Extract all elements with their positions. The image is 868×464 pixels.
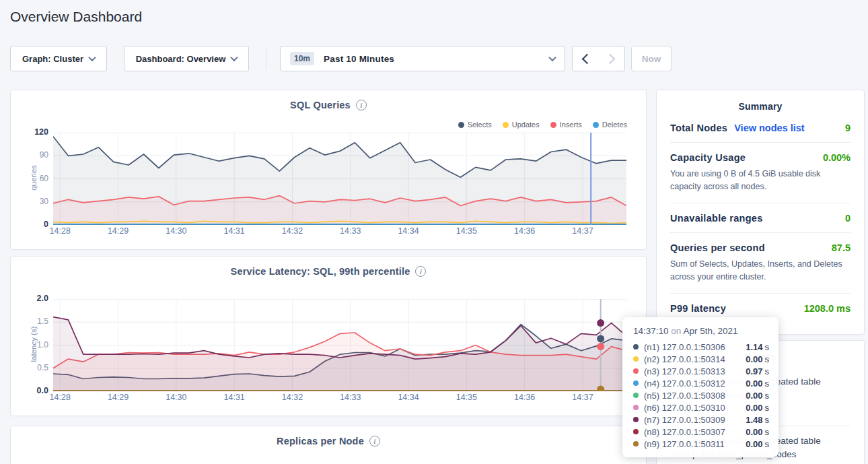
y-tick-label: 120 (19, 127, 48, 137)
info-icon[interactable]: i (356, 100, 367, 110)
prev-time-button[interactable] (572, 46, 599, 71)
series-dot-icon (633, 344, 639, 350)
legend-dot-icon (550, 122, 556, 128)
tooltip-node-label: (n8) 127.0.0.1:50307 (644, 427, 725, 437)
legend-label: Deletes (602, 121, 627, 129)
service-latency-plot[interactable] (53, 299, 626, 391)
x-tick-label: 14:29 (98, 393, 139, 402)
tooltip-row: (n1) 127.0.0.1:503061.14s (633, 341, 769, 353)
tooltip-unit: s (765, 439, 770, 449)
tooltip-node-label: (n9) 127.0.0.1:50311 (644, 439, 725, 449)
tooltip-node-value: 0.00 (746, 439, 762, 449)
tooltip-node-value: 0.00 (746, 391, 762, 401)
series-dot-icon (633, 356, 639, 362)
chevron-down-icon (88, 54, 96, 61)
tooltip-unit: s (765, 366, 770, 376)
tooltip-node-value: 0.00 (746, 427, 762, 437)
x-tick-label: 14:37 (563, 226, 603, 236)
y-tick-label: 2.0 (19, 294, 48, 303)
tooltip-row: (n3) 127.0.0.1:503130.97s (633, 365, 769, 377)
series-dot-icon (633, 441, 639, 446)
tooltip-row: (n2) 127.0.0.1:503140.00s (633, 353, 769, 365)
summary-label: Unavailable ranges (670, 213, 763, 224)
now-button[interactable]: Now (631, 46, 672, 71)
tooltip-rows: (n1) 127.0.0.1:503061.14s(n2) 127.0.0.1:… (633, 341, 769, 450)
view-nodes-list-link[interactable]: View nodes list (734, 123, 805, 133)
summary-row-capacity-usage: Capacity Usage 0.00% You are using 0 B o… (670, 143, 851, 203)
graph-dropdown[interactable]: Graph: Cluster (10, 46, 107, 71)
x-tick-label: 14:31 (214, 226, 254, 236)
info-icon[interactable]: i (369, 436, 380, 446)
controls-bar: Graph: Cluster Dashboard: Overview 10m P… (0, 46, 868, 71)
replicas-chart-card: Replicas per Node i (10, 426, 647, 464)
x-tick-label: 14:33 (330, 393, 371, 402)
x-tick-label: 14:29 (98, 226, 139, 236)
x-tick-label: 14:28 (40, 226, 80, 236)
y-tick-label: 60 (19, 174, 48, 183)
summary-row-unavailable-ranges: Unavailable ranges 0 (670, 203, 851, 233)
tooltip-time: 14:37:10 (633, 326, 669, 336)
legend-label: Inserts (560, 121, 582, 129)
tooltip-node-value: 1.14 (746, 342, 762, 352)
chart-title: Replicas per Node (277, 436, 364, 446)
tooltip-unit: s (765, 403, 770, 413)
tooltip-unit: s (765, 378, 770, 389)
tooltip-node-label: (n6) 127.0.0.1:50310 (644, 403, 725, 413)
x-tick-label: 14:31 (214, 393, 254, 402)
tooltip-on-word: on (671, 326, 681, 336)
y-tick-label: 1.5 (19, 317, 48, 326)
chevron-right-icon (605, 53, 616, 64)
x-tick-label: 14:28 (40, 393, 80, 402)
legend-dot-icon (503, 122, 509, 128)
tooltip-node-label: (n2) 127.0.0.1:50314 (644, 354, 725, 364)
tooltip-row: (n8) 127.0.0.1:503070.00s (633, 426, 769, 438)
tooltip-row: (n6) 127.0.0.1:503100.00s (633, 401, 769, 413)
tooltip-timestamp: 14:37:10 on Apr 5th, 2021 (633, 326, 769, 336)
x-tick-label: 14:36 (505, 226, 545, 236)
summary-row-total-nodes: Total Nodes View nodes list 9 (670, 113, 851, 143)
summary-value: 87.5 (832, 242, 851, 253)
info-icon[interactable]: i (415, 266, 426, 277)
series-dot-icon (633, 393, 639, 398)
series-dot-icon (633, 405, 639, 410)
tooltip-row: (n4) 127.0.0.1:503120.00s (633, 377, 769, 389)
tooltip-node-value: 0.00 (746, 354, 762, 364)
tooltip-node-label: (n4) 127.0.0.1:50312 (644, 378, 725, 389)
series-dot-icon (633, 368, 639, 374)
overview-dashboard-page: Overview Dashboard Graph: Cluster Dashbo… (0, 0, 868, 464)
series-dot-icon (633, 417, 639, 422)
chevron-left-icon (581, 53, 592, 64)
legend-item[interactable]: Inserts (550, 121, 582, 129)
tooltip-node-value: 0.00 (746, 378, 762, 389)
tooltip-unit: s (765, 427, 770, 437)
summary-panel: Summary Total Nodes View nodes list 9 Ca… (656, 90, 865, 335)
series-dot-icon (633, 380, 639, 386)
tooltip-node-value: 1.48 (746, 415, 762, 425)
graph-dropdown-label: Graph: Cluster (22, 54, 83, 64)
tooltip-row: (n9) 127.0.0.1:503110.00s (633, 438, 769, 450)
summary-label: P99 latency (670, 303, 726, 314)
legend-item[interactable]: Selects (458, 121, 492, 129)
sql-queries-plot[interactable] (53, 133, 626, 225)
x-tick-label: 14:34 (388, 226, 429, 236)
series-dot-icon (633, 429, 639, 434)
legend-label: Updates (512, 121, 540, 129)
time-range-selector[interactable]: 10m Past 10 Minutes (280, 46, 565, 71)
chart-legend: SelectsUpdatesInsertsDeletes (458, 121, 627, 129)
legend-dot-icon (458, 122, 464, 128)
summary-description: You are using 0 B of 4.5 GiB usable disk… (670, 168, 851, 194)
legend-item[interactable]: Deletes (593, 121, 627, 129)
x-tick-label: 14:30 (156, 226, 196, 236)
legend-dot-icon (593, 122, 599, 128)
legend-item[interactable]: Updates (503, 121, 540, 129)
tooltip-node-label: (n5) 127.0.0.1:50308 (644, 391, 725, 401)
dashboard-dropdown[interactable]: Dashboard: Overview (124, 46, 249, 71)
y-tick-label: 0.5 (19, 363, 48, 372)
chart-hover-tooltip: 14:37:10 on Apr 5th, 2021 (n1) 127.0.0.1… (622, 317, 779, 457)
tooltip-node-label: (n1) 127.0.0.1:50306 (644, 342, 725, 352)
next-time-button[interactable] (598, 46, 625, 71)
summary-value: 0 (845, 213, 851, 224)
page-title: Overview Dashboard (10, 9, 142, 25)
x-tick-label: 14:34 (388, 393, 429, 402)
tooltip-node-value: 0.00 (746, 403, 762, 413)
